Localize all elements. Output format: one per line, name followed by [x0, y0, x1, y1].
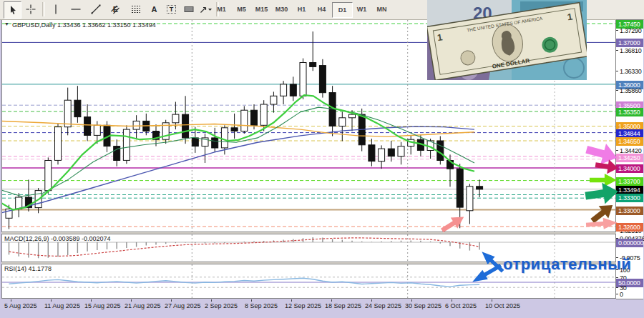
candle-body — [379, 149, 385, 162]
time-tick — [51, 299, 52, 302]
scale-label-1.34650: 1.34650 — [616, 137, 643, 146]
candle-body — [339, 118, 346, 126]
timeframe-button-M30[interactable]: M30 — [272, 2, 291, 16]
chart-expander-icon[interactable]: ▼ — [4, 21, 9, 26]
macd-indicator-label: MACD(12,26,9) -0.003589 -0.002074 — [4, 235, 111, 242]
date-label: 10 Oct 2025 — [485, 302, 520, 309]
scale-label-1.35860: 1.35860 — [616, 86, 643, 95]
candle-body — [260, 104, 267, 125]
scale-label-1.33494: 1.33494 — [616, 186, 643, 194]
timeframe-button-D1[interactable]: D1 — [332, 2, 353, 18]
candle-body — [74, 100, 81, 116]
candle-body — [94, 125, 100, 135]
candle-body — [280, 84, 287, 96]
candle-body — [290, 84, 296, 96]
cursor-tool-icon[interactable] — [4, 1, 21, 19]
candles — [6, 31, 483, 229]
trendline-tool-icon[interactable] — [87, 1, 104, 17]
scale-label-0: 0 — [616, 290, 643, 299]
date-label: 12 Sep 2025 — [285, 302, 321, 309]
scale-label-1.37290: 1.37290 — [616, 26, 643, 35]
candle-body — [467, 187, 473, 211]
candle-body — [388, 149, 394, 156]
candle-body — [310, 63, 316, 67]
fibonacci-retracement-tool-icon[interactable] — [127, 1, 144, 17]
toolbar-separator — [42, 2, 45, 16]
date-label: 6 Oct 2025 — [445, 302, 477, 309]
vertical-line-tool-icon[interactable] — [47, 1, 64, 17]
candle-body — [398, 146, 404, 156]
rectangle-tool-icon[interactable] — [180, 1, 197, 17]
candle-body — [457, 169, 463, 207]
time-tick — [11, 299, 11, 302]
candle-body — [133, 121, 140, 129]
date-label: 2 Sep 2025 — [205, 302, 238, 309]
scale-label-0.000000: 0.000000 — [616, 239, 643, 247]
time-tick — [371, 299, 372, 302]
time-tick — [452, 299, 452, 302]
scale-label-1.34000: 1.34000 — [616, 164, 643, 173]
candle-body — [300, 63, 306, 96]
candle-body — [231, 128, 238, 131]
candle-body — [437, 141, 444, 161]
text-tool-glyph: A — [152, 5, 157, 14]
timeframe-button-H1[interactable]: H1 — [292, 2, 311, 16]
scale-label-1.34844: 1.34844 — [616, 129, 643, 138]
candle-body — [369, 145, 375, 162]
date-label: 15 Aug 2025 — [84, 302, 121, 309]
candle-body — [251, 110, 258, 125]
candle-body — [477, 187, 483, 189]
scale-label-1.36330: 1.36330 — [616, 67, 643, 76]
date-label: 5 Aug 2025 — [4, 302, 37, 309]
time-tick — [251, 299, 252, 302]
time-tick — [492, 299, 492, 302]
date-label: 27 Aug 2025 — [165, 302, 201, 309]
currency-banknotes-photo: 20 1 1 THE UNITED STATES OF AMERICA ONE … — [427, 0, 587, 80]
date-label: 24 Sep 2025 — [365, 302, 401, 309]
candle-body — [192, 138, 198, 146]
time-tick — [171, 299, 172, 302]
scale-label-1.34250: 1.34250 — [616, 154, 643, 162]
candle-body — [241, 110, 248, 131]
scale-label-1.32600: 1.32600 — [616, 223, 643, 232]
date-label: 8 Sep 2025 — [245, 302, 278, 309]
annotation-text[interactable]: отрицательный — [503, 255, 631, 274]
scale-label-1.36810: 1.36810 — [616, 46, 643, 55]
ma-orange — [2, 121, 474, 136]
equidistant-channel-tool-icon[interactable]: E — [107, 1, 124, 17]
rsi-indicator-label: RSI(14) 41.1778 — [4, 265, 52, 272]
text-label-tool-icon[interactable]: T — [163, 1, 180, 17]
time-tick — [211, 299, 212, 302]
timeframe-button-M15[interactable]: M15 — [252, 2, 271, 16]
candle-body — [212, 138, 218, 148]
mt4-chart-window: EATM1M5M15M30H1H4D1W1MN 1.374501.372901.… — [0, 0, 644, 318]
time-axis[interactable]: 5 Aug 202511 Aug 202515 Aug 202521 Aug 2… — [1, 299, 643, 315]
time-tick — [131, 299, 132, 302]
date-label: 18 Sep 2025 — [325, 302, 361, 309]
timeframe-button-MN[interactable]: MN — [372, 2, 391, 16]
scale-label-1.33300: 1.33300 — [616, 194, 643, 202]
candle-body — [55, 127, 62, 161]
candle-body — [221, 128, 228, 148]
scale-label-1.33000: 1.33000 — [616, 207, 643, 215]
date-label: 21 Aug 2025 — [125, 302, 161, 309]
candle-body — [64, 100, 71, 127]
timeframe-button-H4[interactable]: H4 — [312, 2, 331, 16]
time-tick — [411, 299, 412, 302]
time-tick — [291, 299, 292, 302]
time-tick — [331, 299, 332, 302]
date-label: 11 Aug 2025 — [44, 302, 80, 309]
candle-body — [319, 66, 326, 93]
candle-body — [349, 114, 356, 118]
date-label: 30 Sep 2025 — [405, 302, 441, 309]
chart-title-ohlc: GBPUSD,Daily 1.33436 1.33662 1.33150 1.3… — [12, 21, 156, 29]
candle-body — [270, 96, 277, 104]
timeframe-button-M1[interactable]: M1 — [212, 2, 231, 16]
candle-body — [45, 161, 52, 191]
candle-body — [172, 114, 179, 123]
text-tool-icon[interactable]: A — [146, 1, 162, 17]
horizontal-line-tool-icon[interactable] — [67, 1, 84, 17]
crosshair-tool-icon[interactable] — [22, 1, 39, 17]
timeframe-button-M5[interactable]: M5 — [232, 2, 251, 16]
timeframe-button-W1[interactable]: W1 — [352, 2, 371, 16]
